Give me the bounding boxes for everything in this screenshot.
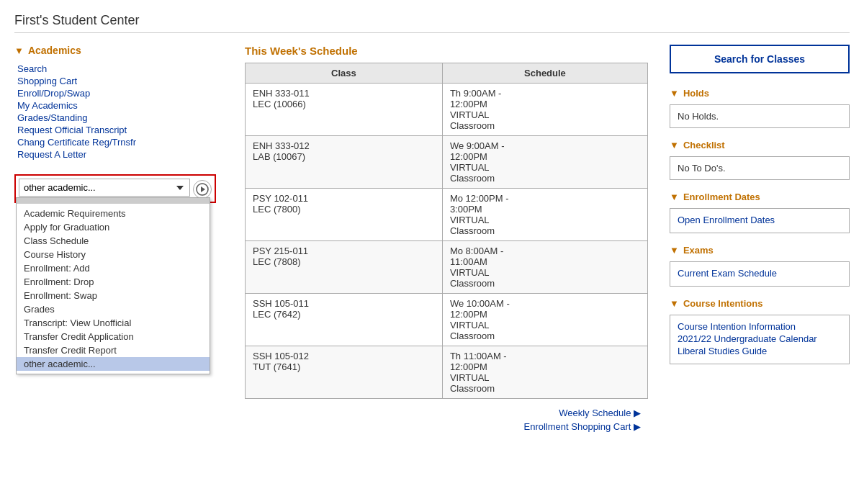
course-intentions-header: ▼ Course Intentions [670,298,850,309]
holds-arrow-icon: ▼ [670,88,679,99]
course-intentions-title: Course Intentions [683,298,763,309]
schedule-cell-3: Mo 8:00AM - 11:00AM VIRTUAL Classroom [442,241,647,294]
page-title: First's Student Center [14,7,850,33]
popup-item-graduation[interactable]: Apply for Graduation [17,220,210,234]
class-cell-4: SSH 105-011 LEC (7642) [246,294,443,346]
class-cell-1: ENH 333-012 LAB (10067) [246,136,443,189]
enrollment-cart-link[interactable]: Enrollment Shopping Cart ▶ [524,421,641,432]
other-academic-dropdown-container: other academic... Academic Requirements … [14,174,216,203]
popup-item-grades[interactable]: Grades [17,302,210,316]
schedule-cell-0: Th 9:00AM - 12:00PM VIRTUAL Classroom [442,84,647,136]
checklist-box: No To Do's. [670,156,850,180]
sidebar-link-shopping-cart[interactable]: Shopping Cart [17,76,216,86]
checklist-arrow-icon: ▼ [670,140,679,150]
table-row: SSH 105-012 TUT (7641)Th 11:00AM - 12:00… [246,346,648,399]
liberal-studies-guide-link[interactable]: Liberal Studies Guide [678,346,842,356]
dropdown-popup-list: Academic Requirements Apply for Graduati… [17,204,210,374]
sidebar-link-enroll[interactable]: Enroll/Drop/Swap [17,88,216,99]
sidebar-link-grades[interactable]: Grades/Standing [17,112,216,123]
right-sidebar: Search for Classes ▼ Holds No Holds. ▼ C… [662,45,850,432]
col-schedule-header: Schedule [442,63,647,84]
table-row: PSY 102-011 LEC (7800)Mo 12:00PM - 3:00P… [246,189,648,241]
exams-title: Exams [683,245,714,256]
checklist-header: ▼ Checklist [670,140,850,150]
schedule-cell-1: We 9:00AM - 12:00PM VIRTUAL Classroom [442,136,647,189]
enrollment-dates-title: Enrollment Dates [683,192,760,202]
class-cell-3: PSY 215-011 LEC (7808) [246,241,443,294]
sidebar-link-my-academics[interactable]: My Academics [17,100,216,111]
main-layout: ▼ Academics Search Shopping Cart Enroll/… [14,45,850,432]
holds-box: No Holds. [670,104,850,128]
course-intentions-box: Course Intention Information 2021/22 Und… [670,315,850,364]
table-row: ENH 333-012 LAB (10067)We 9:00AM - 12:00… [246,136,648,189]
popup-item-course-history[interactable]: Course History [17,248,210,261]
course-intentions-arrow-icon: ▼ [670,298,679,309]
schedule-cell-2: Mo 12:00PM - 3:00PM VIRTUAL Classroom [442,189,647,241]
popup-item-enroll-swap[interactable]: Enrollment: Swap [17,289,210,302]
popup-item-other[interactable]: other academic... [17,357,210,371]
checklist-content: No To Do's. [678,163,726,174]
popup-item-class-schedule[interactable]: Class Schedule [17,234,210,248]
table-header-row: Class Schedule [246,63,648,84]
course-intentions-section: ▼ Course Intentions Course Intention Inf… [670,298,850,364]
schedule-title: This Week's Schedule [245,45,648,57]
sidebar-link-transcript[interactable]: Request Official Transcript [17,125,216,135]
holds-title: Holds [683,88,709,99]
exams-header: ▼ Exams [670,245,850,256]
svg-marker-1 [201,186,205,192]
table-row: ENH 333-011 LEC (10066)Th 9:00AM - 12:00… [246,84,648,136]
sidebar-link-search[interactable]: Search [17,63,216,74]
sidebar-link-letter[interactable]: Request A Letter [17,149,216,160]
search-classes-button[interactable]: Search for Classes [670,45,850,73]
academics-title: Academics [28,45,81,56]
sidebar-links: Search Shopping Cart Enroll/Drop/Swap My… [14,63,216,160]
checklist-title: Checklist [683,140,725,150]
checklist-section: ▼ Checklist No To Do's. [670,140,850,180]
schedule-table: Class Schedule ENH 333-011 LEC (10066)Th… [245,63,648,399]
popup-item-academic-req[interactable]: Academic Requirements [17,207,210,220]
sidebar: ▼ Academics Search Shopping Cart Enroll/… [14,45,230,432]
schedule-cell-4: We 10:00AM - 12:00PM VIRTUAL Classroom [442,294,647,346]
go-button[interactable] [193,180,212,199]
class-cell-5: SSH 105-012 TUT (7641) [246,346,443,399]
popup-item-enroll-add[interactable]: Enrollment: Add [17,261,210,275]
schedule-cell-5: Th 11:00AM - 12:00PM VIRTUAL Classroom [442,346,647,399]
academics-arrow-icon: ▼ [14,45,24,56]
other-academic-select[interactable]: other academic... Academic Requirements … [19,179,190,197]
sidebar-link-certificate[interactable]: Chang Certificate Reg/Trnsfr [17,137,216,148]
academics-section-header: ▼ Academics [14,45,216,56]
exams-arrow-icon: ▼ [670,245,679,256]
table-row: PSY 215-011 LEC (7808)Mo 8:00AM - 11:00A… [246,241,648,294]
course-intention-info-link[interactable]: Course Intention Information [678,321,842,332]
class-cell-2: PSY 102-011 LEC (7800) [246,189,443,241]
open-enrollment-dates-link[interactable]: Open Enrollment Dates [678,215,842,225]
holds-content: No Holds. [678,111,719,122]
dropdown-wrapper: other academic... Academic Requirements … [19,179,190,197]
dropdown-popup: Academic Requirements Apply for Graduati… [16,197,210,374]
dropdown-popup-header [17,198,210,204]
popup-item-enroll-drop[interactable]: Enrollment: Drop [17,275,210,289]
holds-header: ▼ Holds [670,88,850,99]
enrollment-dates-section: ▼ Enrollment Dates Open Enrollment Dates [670,192,850,233]
current-exam-schedule-link[interactable]: Current Exam Schedule [678,268,842,279]
popup-item-transcript[interactable]: Transcript: View Unofficial [17,316,210,330]
enrollment-dates-arrow-icon: ▼ [670,192,679,202]
go-circle-icon [195,182,210,197]
undergraduate-calendar-link[interactable]: 2021/22 Undergraduate Calendar [678,333,842,344]
weekly-schedule-link[interactable]: Weekly Schedule ▶ [559,408,641,418]
exams-section: ▼ Exams Current Exam Schedule [670,245,850,287]
enrollment-dates-box: Open Enrollment Dates [670,208,850,233]
table-row: SSH 105-011 LEC (7642)We 10:00AM - 12:00… [246,294,648,346]
exams-box: Current Exam Schedule [670,261,850,287]
holds-section: ▼ Holds No Holds. [670,88,850,128]
schedule-links: Weekly Schedule ▶ Enrollment Shopping Ca… [245,408,648,432]
popup-item-transfer-report[interactable]: Transfer Credit Report [17,343,210,357]
class-cell-0: ENH 333-011 LEC (10066) [246,84,443,136]
center-content: This Week's Schedule Class Schedule ENH … [230,45,662,432]
enrollment-dates-header: ▼ Enrollment Dates [670,192,850,202]
col-class-header: Class [246,63,443,84]
popup-item-transfer-app[interactable]: Transfer Credit Application [17,330,210,343]
page-wrapper: First's Student Center ▼ Academics Searc… [0,0,864,504]
